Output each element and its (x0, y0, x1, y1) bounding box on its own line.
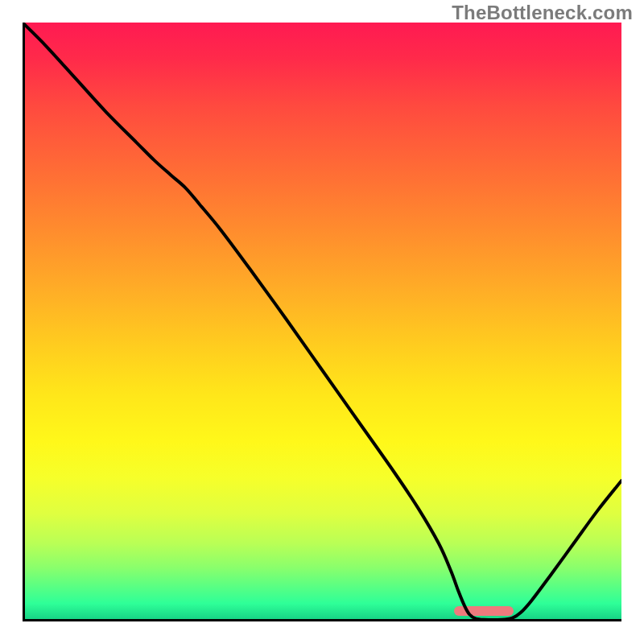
chart-overlay-svg (23, 23, 621, 621)
chart-stage: TheBottleneck.com (0, 0, 644, 644)
bottleneck-curve (23, 23, 621, 620)
watermark-label: TheBottleneck.com (452, 2, 633, 24)
plot-area (23, 23, 621, 621)
